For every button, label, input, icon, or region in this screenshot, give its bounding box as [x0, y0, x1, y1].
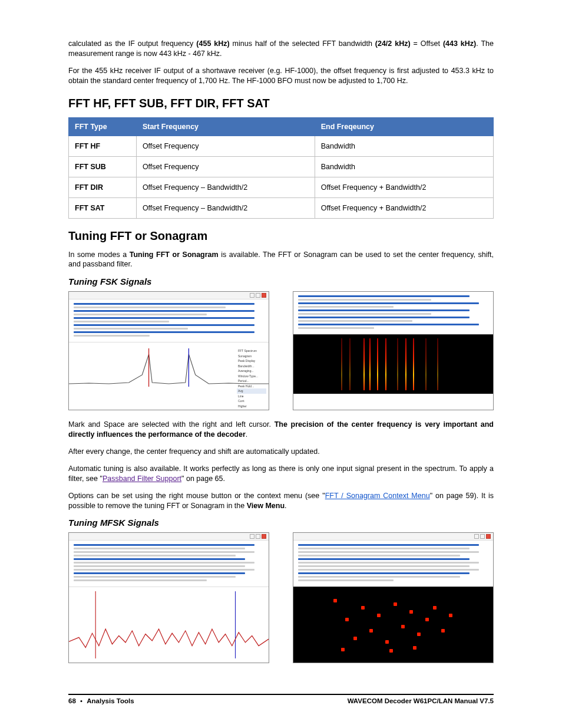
mfsk-figures-row — [68, 532, 494, 663]
tuning-mfsk-heading: Tuning MFSK Signals — [68, 518, 494, 528]
fsk-p1: Mark and Space are selected with the rig… — [68, 420, 494, 440]
intro-p2: For the 455 kHz receiver IF output of a … — [68, 66, 494, 86]
table-row: FFT DIR Offset Frequency – Bandwidth/2 O… — [69, 177, 494, 197]
fft-sonagram-context-link[interactable]: FFT / Sonagram Context Menu — [325, 492, 430, 500]
table-row: FFT SUB Offset Frequency Bandwidth — [69, 156, 494, 177]
close-icon — [262, 534, 266, 539]
window-titlebar — [293, 533, 493, 541]
fsk-p2: After every change, the center frequency… — [68, 447, 494, 457]
fsk-fft-screenshot: FFT SpectrumSonagramPeak Display Bandwid… — [68, 291, 269, 410]
fsk-figures-row: FFT SpectrumSonagramPeak Display Bandwid… — [68, 291, 494, 410]
fsk-p4: Options can be set using the right mouse… — [68, 491, 494, 511]
intro-p1: calculated as the IF output frequency (4… — [68, 39, 494, 59]
page-footer: 68 • Analysis Tools WAVECOM Decoder W61P… — [68, 694, 494, 704]
passband-filter-link[interactable]: Passband Filter Support — [103, 475, 181, 483]
tuning-fsk-heading: Tuning FSK Signals — [68, 276, 494, 286]
window-titlebar — [69, 533, 269, 541]
fsk-sonagram-screenshot — [293, 291, 494, 410]
col-start-freq: Start Frequency — [136, 117, 315, 136]
close-icon — [486, 534, 491, 539]
tuning-fft-p1: In some modes a Tuning FFT or Sonagram i… — [68, 250, 494, 270]
fsk-p3: Automatic tuning is also available. It w… — [68, 464, 494, 484]
window-titlebar — [69, 292, 269, 299]
mfsk-sonagram-plot — [293, 587, 493, 663]
table-row: FFT SAT Offset Frequency – Bandwidth/2 O… — [69, 197, 494, 218]
mfsk-fft-plot — [69, 587, 269, 663]
context-menu: FFT SpectrumSonagramPeak Display Bandwid… — [237, 348, 266, 410]
col-end-freq: End Freqeuncy — [315, 117, 493, 136]
table-header-row: FFT Type Start Frequency End Freqeuncy — [69, 117, 494, 136]
footer-product: WAVECOM Decoder W61PC/LAN Manual V7.5 — [348, 697, 494, 704]
tuning-fft-heading: Tuning FFT or Sonagram — [68, 229, 494, 243]
table-row: FFT HF Offset Frequency Bandwidth — [69, 136, 494, 156]
close-icon — [262, 293, 266, 298]
fft-types-heading: FFT HF, FFT SUB, FFT DIR, FFT SAT — [68, 97, 494, 110]
col-fft-type: FFT Type — [69, 117, 137, 136]
mfsk-fft-screenshot — [68, 532, 269, 663]
footer-section: Analysis Tools — [87, 697, 134, 704]
fft-type-table: FFT Type Start Frequency End Freqeuncy F… — [68, 117, 494, 219]
footer-page: 68 — [68, 697, 76, 704]
sonagram-plot — [293, 334, 493, 394]
mfsk-sonagram-screenshot — [293, 532, 494, 663]
